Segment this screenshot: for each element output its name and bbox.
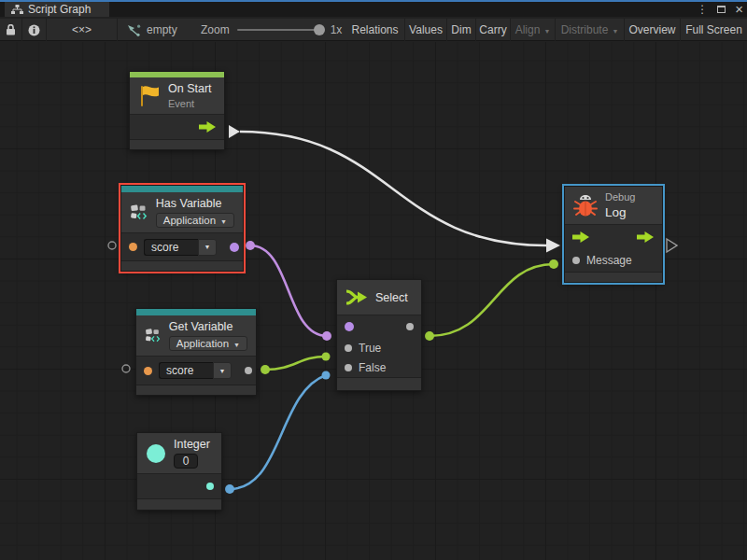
port-label: False — [359, 361, 386, 374]
variable-name-input[interactable]: score — [159, 362, 213, 379]
false-input-port[interactable] — [345, 364, 352, 371]
node-color-bar — [121, 186, 243, 192]
relations-button[interactable]: Relations — [345, 19, 405, 41]
chevron-down-icon: ▼ — [220, 218, 227, 225]
zoom-slider-knob[interactable] — [314, 24, 325, 35]
node-color-bar — [136, 309, 256, 315]
connection-pointer-icon — [127, 24, 141, 36]
zoom-label: Zoom — [201, 23, 230, 36]
node-title: Select — [375, 291, 408, 304]
carry-label: Carry — [479, 23, 506, 36]
node-subtitle: Event — [168, 98, 212, 109]
node-has-variable[interactable]: Has Variable Application ▼ score ▼ — [120, 185, 244, 272]
dim-button[interactable]: Dim — [447, 19, 476, 41]
variable-scope-dropdown[interactable]: Application ▼ — [169, 336, 247, 351]
node-footer — [565, 272, 662, 282]
message-input-port[interactable] — [572, 257, 580, 264]
maximize-icon[interactable] — [717, 6, 726, 13]
zoom-value: 1x — [331, 23, 343, 36]
toolbar: <×> empty Zoom 1x Relations Values Dim — [0, 19, 747, 41]
variable-name-field-group: score ▼ — [144, 239, 217, 256]
script-graph-window: Script Graph ⋮ × <×> — [0, 0, 747, 560]
node-title: Integer — [174, 438, 210, 451]
value-output-port[interactable] — [245, 367, 252, 374]
node-select[interactable]: Select True False — [336, 279, 422, 391]
node-footer — [121, 260, 243, 271]
window-menu-icon[interactable]: ⋮ — [697, 2, 708, 17]
dim-label: Dim — [451, 23, 471, 36]
select-icon — [345, 288, 368, 306]
distribute-button[interactable]: Distribute ▼ — [556, 19, 625, 41]
zoom-slider[interactable] — [237, 29, 323, 31]
variable-name-field-group: score ▼ — [159, 362, 232, 379]
titlebar: Script Graph ⋮ × — [0, 0, 747, 17]
node-footer — [337, 377, 421, 390]
node-get-variable[interactable]: Get Variable Application ▼ score ▼ — [135, 308, 257, 396]
name-input-port[interactable] — [129, 243, 137, 251]
graph-icon — [11, 5, 23, 15]
align-dropdown-icon: ▼ — [543, 28, 550, 35]
variables-icon — [130, 200, 148, 225]
variable-scope-dropdown[interactable]: Application ▼ — [156, 213, 234, 228]
node-on-start[interactable]: On Start Event — [129, 71, 225, 150]
full-screen-button[interactable]: Full Screen — [681, 19, 747, 41]
selection-summary: empty — [127, 19, 177, 41]
tab-script-graph[interactable]: Script Graph — [5, 2, 109, 17]
flag-icon — [138, 84, 161, 108]
node-title: Log — [605, 205, 635, 219]
integer-value-input[interactable]: 0 — [174, 454, 198, 469]
info-button[interactable] — [22, 19, 47, 41]
node-debug-log[interactable]: Debug Log Message — [564, 186, 663, 283]
chevron-down-icon: ▼ — [219, 368, 226, 374]
port-label: True — [359, 342, 381, 355]
condition-input-port[interactable] — [345, 322, 354, 331]
node-footer — [130, 139, 224, 149]
overview-button[interactable]: Overview — [625, 19, 681, 41]
chevron-down-icon: ▼ — [233, 342, 240, 348]
node-title: On Start — [168, 82, 212, 95]
flow-output-port[interactable] — [637, 231, 655, 243]
integer-icon — [146, 443, 166, 464]
scope-value: Application — [163, 215, 216, 226]
brackets-button[interactable]: <×> — [47, 19, 118, 41]
name-input-port[interactable] — [144, 367, 152, 375]
align-button[interactable]: Align ▼ — [511, 19, 556, 41]
brackets-icon: <×> — [72, 23, 92, 36]
align-label: Align — [515, 23, 541, 36]
lock-button[interactable] — [0, 19, 22, 41]
variable-name-input[interactable]: score — [144, 239, 198, 256]
variable-name-picker-button[interactable]: ▼ — [198, 239, 217, 256]
relations-label: Relations — [351, 23, 398, 36]
close-icon[interactable]: × — [735, 3, 743, 16]
scope-value: Application — [176, 338, 229, 349]
port-label: Message — [586, 254, 632, 267]
full-screen-label: Full Screen — [685, 23, 742, 36]
values-label: Values — [409, 23, 443, 36]
overview-label: Overview — [628, 23, 675, 36]
node-category: Debug — [605, 191, 635, 203]
distribute-label: Distribute — [561, 23, 609, 36]
info-icon — [28, 24, 40, 36]
flow-input-port[interactable] — [572, 231, 590, 243]
lock-icon — [6, 24, 16, 35]
values-button[interactable]: Values — [405, 19, 447, 41]
result-output-port[interactable] — [230, 243, 239, 252]
selection-output-port[interactable] — [406, 323, 414, 330]
variables-icon — [145, 323, 162, 348]
flow-output-port[interactable] — [199, 121, 217, 133]
node-footer — [137, 498, 221, 510]
value-output-port[interactable] — [206, 483, 214, 490]
node-title: Get Variable — [169, 320, 247, 333]
bug-icon — [573, 194, 598, 217]
chevron-down-icon: ▼ — [204, 244, 211, 250]
node-footer — [136, 385, 256, 395]
carry-button[interactable]: Carry — [476, 19, 511, 41]
true-input-port[interactable] — [345, 344, 352, 352]
zoom-control: Zoom 1x — [201, 19, 342, 41]
distribute-dropdown-icon: ▼ — [612, 28, 618, 35]
node-integer[interactable]: Integer 0 — [136, 432, 222, 511]
variable-name-picker-button[interactable]: ▼ — [213, 362, 232, 379]
selection-empty-label: empty — [147, 23, 177, 36]
node-title: Has Variable — [156, 197, 234, 210]
tab-label: Script Graph — [28, 3, 91, 16]
